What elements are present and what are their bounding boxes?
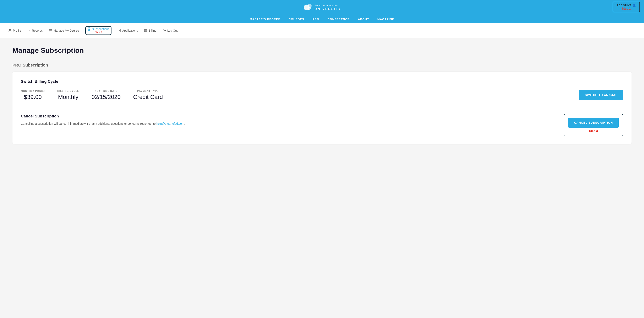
subscriptions-step2-wrapper: Subscriptions Step 2 — [85, 26, 112, 35]
payment-type-label: PAYMENT TYPE — [137, 90, 158, 93]
payment-type-value: Credit Card — [133, 94, 163, 100]
page-content: Manage Subscription PRO Subscription Swi… — [0, 38, 644, 152]
svg-rect-19 — [144, 30, 147, 32]
switch-to-annual-button[interactable]: SWITCH TO ANNUAL — [579, 90, 623, 100]
cancel-section: Cancel Subscription Cancelling a subscri… — [21, 114, 623, 136]
billing-cycle-label: BILLING CYCLE — [57, 90, 79, 93]
account-button[interactable]: ACCOUNT 👤 Step 1 — [613, 2, 640, 12]
account-label: ACCOUNT 👤 — [616, 4, 636, 7]
monthly-price-value: $39.00 — [24, 94, 42, 100]
nav-pro[interactable]: PRO — [312, 18, 319, 21]
nav-courses[interactable]: COURSES — [289, 18, 304, 21]
card-divider — [21, 109, 623, 109]
monthly-price-item: MONTHLY PRICE: $39.00 — [21, 90, 45, 100]
person-icon: 👤 — [632, 4, 636, 7]
subnav-subscriptions[interactable]: Subscriptions Step 2 — [85, 26, 112, 35]
logo-text: the art of education UNIVERSITY — [314, 4, 342, 11]
cancel-text-area: Cancel Subscription Cancelling a subscri… — [21, 114, 185, 126]
cancel-email-link[interactable]: help@theartofed.com — [156, 122, 184, 125]
logo-icon — [302, 3, 312, 13]
switch-billing-title: Switch Billing Cycle — [21, 79, 623, 84]
cancel-section-title: Cancel Subscription — [21, 114, 185, 119]
cancel-subscription-button[interactable]: CANCEL SUBSCRIPTION — [568, 118, 619, 128]
next-bill-value: 02/15/2020 — [92, 94, 120, 100]
person-icon — [8, 29, 12, 32]
sub-nav: Profile Records Manage My Degree — [0, 23, 644, 38]
svg-point-2 — [308, 7, 311, 10]
next-bill-item: NEXT BILL DATE 02/15/2020 — [92, 90, 120, 100]
svg-rect-13 — [88, 28, 90, 28]
billing-cycle-item: BILLING CYCLE Monthly — [57, 90, 79, 100]
step3-label: Step 3 — [589, 129, 598, 133]
billing-cycle-value: Monthly — [58, 94, 78, 100]
nav-about[interactable]: ABOUT — [358, 18, 369, 21]
subnav-manage-degree[interactable]: Manage My Degree — [49, 29, 79, 32]
calendar-icon — [49, 29, 52, 32]
page-title: Manage Subscription — [12, 46, 632, 55]
billing-icon — [144, 29, 148, 32]
payment-type-item: PAYMENT TYPE Credit Card — [133, 90, 163, 100]
svg-point-3 — [9, 29, 10, 31]
next-bill-label: NEXT BILL DATE — [95, 90, 118, 93]
top-header: the art of education UNIVERSITY ACCOUNT … — [0, 0, 644, 15]
nav-magazine[interactable]: MAGAZINE — [378, 18, 394, 21]
step2-label: Step 2 — [95, 31, 102, 34]
subscription-card: Switch Billing Cycle MONTHLY PRICE: $39.… — [12, 72, 632, 144]
logo-area: the art of education UNIVERSITY — [302, 3, 342, 13]
step1-label: Step 1 — [622, 7, 630, 10]
subnav-profile[interactable]: Profile — [8, 29, 21, 32]
subnav-logout[interactable]: Log Out — [163, 29, 178, 32]
subnav-applications[interactable]: Applications — [118, 29, 138, 32]
document-icon — [28, 29, 31, 32]
svg-rect-8 — [49, 30, 52, 32]
billing-info-row: MONTHLY PRICE: $39.00 BILLING CYCLE Mont… — [21, 90, 623, 100]
main-nav: MASTER'S DEGREE COURSES PRO CONFERENCE A… — [0, 15, 644, 23]
document2-icon — [118, 29, 121, 32]
pro-section-title: PRO Subscription — [12, 63, 632, 68]
cancel-description: Cancelling a subscription will cancel it… — [21, 121, 185, 126]
nav-masters-degree[interactable]: MASTER'S DEGREE — [250, 18, 280, 21]
subnav-billing[interactable]: Billing — [144, 29, 156, 32]
subnav-records[interactable]: Records — [28, 29, 43, 32]
cancel-btn-step3-wrapper: CANCEL SUBSCRIPTION Step 3 — [564, 114, 623, 136]
monthly-price-label: MONTHLY PRICE: — [21, 90, 45, 93]
clipboard-icon — [88, 28, 91, 31]
logout-icon — [163, 29, 166, 32]
nav-conference[interactable]: CONFERENCE — [328, 18, 350, 21]
